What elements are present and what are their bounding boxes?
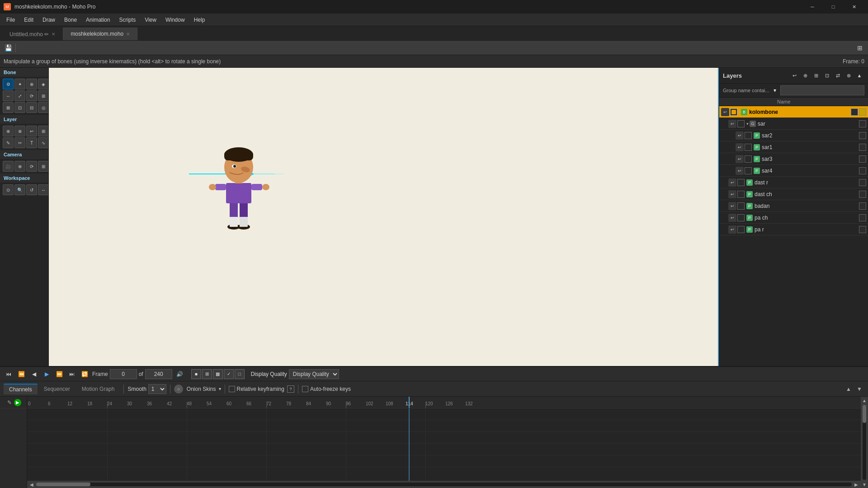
tl-play-button[interactable]: ▶ — [14, 399, 21, 406]
layer-sar1-vis[interactable]: ↩ — [736, 143, 744, 151]
layer-pa-r-checkbox[interactable] — [737, 226, 745, 233]
quality-btn-4[interactable]: ✓ — [224, 369, 234, 379]
go-start-button[interactable]: ⏮ — [4, 369, 14, 379]
workspace-tool-4[interactable]: ↔ — [38, 184, 49, 195]
bone-tool-11[interactable]: ⊟ — [26, 102, 37, 113]
menu-draw[interactable]: Draw — [38, 15, 60, 25]
layer-dast-r-checkbox[interactable] — [737, 179, 745, 186]
menu-view[interactable]: View — [140, 15, 161, 25]
prev-frame-button[interactable]: ◀ — [29, 369, 39, 379]
layer-sar1-checkbox[interactable] — [745, 144, 752, 151]
menu-bone[interactable]: Bone — [60, 15, 81, 25]
workspace-tool-3[interactable]: ↺ — [26, 184, 37, 195]
quality-btn-3[interactable]: ▦ — [213, 369, 223, 379]
layer-sar2-lock[interactable] — [859, 132, 866, 139]
tl-tab-channels[interactable]: Channels — [4, 384, 38, 394]
layer-tool-6[interactable]: ✂ — [14, 137, 25, 148]
layer-pa-ch-vis[interactable]: ↩ — [728, 214, 736, 222]
relative-keyframing-control[interactable]: Relative keyframing ? — [229, 385, 294, 393]
camera-tool-3[interactable]: ⟳ — [26, 161, 37, 172]
auto-freeze-control[interactable]: Auto-freeze keys — [302, 386, 351, 392]
layers-tool-4[interactable]: ⊡ — [822, 70, 832, 80]
layer-sar4-checkbox[interactable] — [745, 167, 752, 174]
layer-sar2-vis[interactable]: ↩ — [736, 131, 744, 140]
layer-row-kolombone[interactable]: ↩ ▾ B kolombone — [719, 106, 868, 118]
layer-tool-4[interactable]: ⊞ — [38, 126, 49, 136]
bone-tool-10[interactable]: ⊡ — [14, 102, 25, 113]
layer-dast-r-vis[interactable]: ↩ — [728, 178, 736, 187]
layer-tool-8[interactable]: ∿ — [38, 137, 49, 148]
tl-tab-sequencer[interactable]: Sequencer — [38, 384, 75, 394]
vscroll-down[interactable]: ▼ — [861, 481, 868, 488]
camera-tool-4[interactable]: ⊞ — [38, 161, 49, 172]
tab-moshkelekolom-close[interactable]: ✕ — [126, 32, 130, 37]
layer-pa-r-lock[interactable] — [859, 226, 866, 233]
group-filter-input[interactable] — [780, 85, 864, 95]
layers-tool-2[interactable]: ⊕ — [800, 70, 810, 80]
layer-row-pa-ch[interactable]: ↩ P pa ch — [719, 212, 868, 224]
layer-tool-3[interactable]: ↩ — [26, 126, 37, 136]
layers-tool-1[interactable]: ↩ — [789, 70, 799, 80]
layer-tool-5[interactable]: ✎ — [3, 137, 14, 148]
layer-pa-ch-lock[interactable] — [859, 214, 866, 221]
layer-pa-r-vis[interactable]: ↩ — [728, 225, 736, 234]
tl-collapse-button[interactable]: ▲ — [844, 384, 854, 394]
bone-tool-3[interactable]: ⊕ — [26, 79, 37, 89]
layer-row-dast-r[interactable]: ↩ P dast r — [719, 177, 868, 188]
layer-dast-ch-vis[interactable]: ↩ — [728, 190, 736, 198]
minimize-button[interactable]: ─ — [802, 0, 823, 14]
tl-tab-motion-graph[interactable]: Motion Graph — [76, 384, 120, 394]
workspace-tool-1[interactable]: ⊙ — [3, 184, 14, 195]
vscroll-up[interactable]: ▲ — [861, 397, 868, 404]
layer-pa-ch-checkbox[interactable] — [737, 214, 745, 221]
layer-badan-vis[interactable]: ↩ — [728, 202, 736, 210]
layer-row-sar1[interactable]: ↩ P sar1 — [719, 141, 868, 153]
camera-tool-2[interactable]: ⊕ — [14, 161, 25, 172]
hscroll-right[interactable]: ▶ — [852, 481, 861, 488]
step-back-button[interactable]: ⏪ — [16, 369, 26, 379]
play-button[interactable]: ▶ — [42, 369, 52, 379]
bone-tool-7[interactable]: ⟳ — [26, 90, 37, 101]
layer-row-dast-ch[interactable]: ↩ P dast ch — [719, 188, 868, 200]
bone-tool-12[interactable]: ◎ — [38, 102, 49, 113]
tl-expand-button[interactable]: ▼ — [854, 384, 864, 394]
audio-button[interactable]: 🔊 — [175, 369, 185, 379]
tl-left-pencil[interactable]: ✎ — [6, 399, 13, 406]
bone-tool-5[interactable]: ↔ — [3, 90, 14, 101]
relative-keyframing-info[interactable]: ? — [287, 385, 294, 393]
quality-btn-1[interactable]: ■ — [191, 369, 201, 379]
layer-kolombone-vis[interactable]: ↩ — [721, 108, 729, 116]
layer-dast-ch-lock[interactable] — [859, 191, 866, 198]
menu-help[interactable]: Help — [189, 15, 210, 25]
toolbar-save-icon[interactable]: 💾 — [3, 42, 14, 53]
hscroll-left[interactable]: ◀ — [27, 481, 36, 488]
layer-row-pa-r[interactable]: ↩ P pa r — [719, 224, 868, 235]
layer-kolombone-lock[interactable] — [851, 108, 858, 116]
onion-skins-button[interactable]: ○ Onion Skins ▾ — [174, 385, 221, 394]
layer-sar2-checkbox[interactable] — [745, 132, 752, 139]
layers-tool-5[interactable]: ⇄ — [833, 70, 843, 80]
bone-tool-2[interactable]: ✦ — [14, 79, 25, 89]
bone-tool-4[interactable]: ◈ — [38, 79, 49, 89]
camera-tool-1[interactable]: 🎥 — [3, 161, 14, 172]
layer-sar1-lock[interactable] — [859, 144, 866, 151]
layers-tool-6[interactable]: ⊗ — [844, 70, 854, 80]
menu-edit[interactable]: Edit — [19, 15, 38, 25]
layers-expand[interactable]: ▲ — [854, 70, 864, 80]
layer-sar4-vis[interactable]: ↩ — [736, 167, 744, 175]
play-fast-button[interactable]: ⏩ — [54, 369, 64, 379]
layer-row-badan[interactable]: ↩ P badan — [719, 200, 868, 212]
smooth-select[interactable]: 1 — [148, 384, 166, 394]
layer-sar-vis[interactable]: ↩ — [728, 120, 736, 128]
maximize-button[interactable]: □ — [823, 0, 844, 14]
workspace-tool-2[interactable]: 🔍 — [14, 184, 25, 195]
layer-sar3-lock[interactable] — [859, 155, 866, 163]
display-quality-select[interactable]: Display Quality — [289, 369, 339, 379]
auto-freeze-checkbox[interactable] — [302, 386, 308, 392]
menu-animation[interactable]: Animation — [81, 15, 114, 25]
layer-badan-lock[interactable] — [859, 202, 866, 210]
frame-value-input[interactable] — [110, 369, 137, 379]
bone-tool-9[interactable]: ⊠ — [3, 102, 14, 113]
tab-untitled[interactable]: Untitled.moho ✏ ✕ — [2, 28, 63, 40]
layer-dast-r-lock[interactable] — [859, 179, 866, 186]
